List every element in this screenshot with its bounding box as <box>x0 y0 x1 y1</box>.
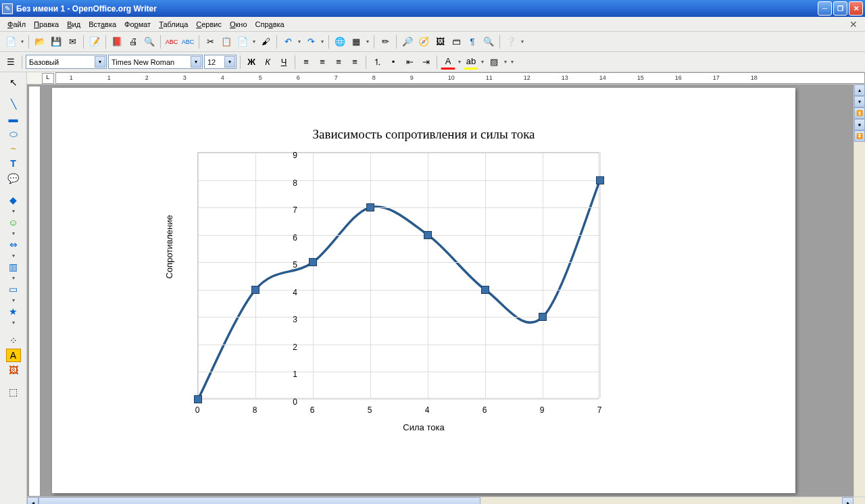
menu-file[interactable]: Файл <box>3 19 30 30</box>
save-icon[interactable]: 💾 <box>49 34 64 49</box>
brush-icon[interactable]: 🖌 <box>258 34 273 49</box>
ytick: 5 <box>284 260 297 270</box>
new-doc-icon[interactable]: 📄 <box>3 34 18 49</box>
from-file-icon[interactable]: 🖼 <box>6 363 21 377</box>
points-icon[interactable]: ⁘ <box>6 334 21 347</box>
print-icon[interactable]: 🖨 <box>126 34 141 49</box>
prev-page-icon[interactable]: ⏫ <box>854 107 865 119</box>
chart-object[interactable]: Зависимость сопротивления и силы тока Со… <box>143 115 704 473</box>
copy-icon[interactable]: 📋 <box>219 34 234 49</box>
data-point <box>194 395 202 403</box>
data-point <box>481 286 489 294</box>
line-tool-icon[interactable]: ╲ <box>6 97 21 111</box>
cut-icon[interactable]: ✂ <box>203 34 218 49</box>
shapes-icon[interactable]: ◆ <box>6 193 21 207</box>
scroll-down-icon[interactable]: ▾ <box>854 96 865 107</box>
menu-insert[interactable]: Вставка <box>84 19 120 30</box>
rect-tool-icon[interactable]: ▬ <box>6 112 21 126</box>
scroll-left-icon[interactable]: ◂ <box>27 497 39 504</box>
vertical-scrollbar[interactable]: ▴ ▾ ⏫ ● ⏬ <box>854 84 865 497</box>
bgcolor-icon[interactable]: ▨ <box>487 55 501 70</box>
menu-service[interactable]: Сервис <box>192 19 226 30</box>
browse-icon[interactable]: ● <box>854 119 865 130</box>
paste-icon[interactable]: 📄 <box>235 34 250 49</box>
spellcheck-icon[interactable]: ABC <box>164 34 179 49</box>
redo-icon[interactable]: ↷ <box>303 34 318 49</box>
find-icon[interactable]: 🔎 <box>400 34 415 49</box>
zoom-icon[interactable]: 🔍 <box>481 34 496 49</box>
numbering-icon[interactable]: ⒈ <box>370 55 385 70</box>
underline-button[interactable]: Ч <box>276 55 291 70</box>
scroll-right-icon[interactable]: ▸ <box>842 497 854 504</box>
fontwork-icon[interactable]: A <box>6 349 21 362</box>
help-icon[interactable]: ❔ <box>503 34 518 49</box>
align-justify-icon[interactable]: ≡ <box>347 55 362 70</box>
menu-format[interactable]: Формат <box>120 19 155 30</box>
ellipse-tool-icon[interactable]: ⬭ <box>6 127 21 141</box>
open-icon[interactable]: 📂 <box>32 34 47 49</box>
xtick: 8 <box>253 405 257 415</box>
italic-button[interactable]: К <box>260 55 275 70</box>
menu-table[interactable]: Таблица <box>155 19 192 30</box>
autospell-icon[interactable]: ABC <box>180 34 195 49</box>
close-document-button[interactable]: ✕ <box>845 18 862 31</box>
navigator-icon[interactable]: 🧭 <box>416 34 431 49</box>
undo-icon[interactable]: ↶ <box>280 34 295 49</box>
ytick: 4 <box>284 288 297 297</box>
align-center-icon[interactable]: ≡ <box>315 55 330 70</box>
font-color-icon[interactable]: A <box>441 55 455 70</box>
text-tool-icon[interactable]: T <box>6 157 21 170</box>
drawing-palette: ↖ ╲ ▬ ⬭ ~ T 💬 ◆▾ ☺▾ ⇔▾ ▥▾ ▭▾ ★▾ ⁘ A 🖼 ⬚ <box>0 72 27 504</box>
chart-ylabel: Сопротивление <box>164 215 174 278</box>
ytick: 0 <box>284 397 297 407</box>
arrows-icon[interactable]: ⇔ <box>6 238 21 251</box>
minimize-button[interactable]: ─ <box>818 1 832 16</box>
preview-icon[interactable]: 🔍 <box>142 34 157 49</box>
email-icon[interactable]: ✉ <box>65 34 80 49</box>
maximize-button[interactable]: ❐ <box>833 1 847 16</box>
edit-doc-icon[interactable]: 📝 <box>87 34 102 49</box>
data-point <box>251 286 260 294</box>
flowchart-icon[interactable]: ▥ <box>6 260 21 274</box>
menu-window[interactable]: Окно <box>226 19 251 30</box>
document-area: L 1123456789101112131415161718 Зависимос… <box>27 72 865 504</box>
ytick: 3 <box>284 315 297 324</box>
nonprint-icon[interactable]: ¶ <box>465 34 480 49</box>
font-size-combo[interactable]: 12▾ <box>204 55 237 69</box>
xtick: 9 <box>540 405 545 415</box>
bullets-icon[interactable]: • <box>386 55 401 70</box>
datasource-icon[interactable]: 🗃 <box>449 34 464 49</box>
table-icon[interactable]: ▦ <box>349 34 364 49</box>
callout-tool-icon[interactable]: 💬 <box>6 172 21 185</box>
close-button[interactable]: ✕ <box>849 1 863 16</box>
indent-dec-icon[interactable]: ⇤ <box>402 55 417 70</box>
pdf-icon[interactable]: 📕 <box>109 34 124 49</box>
menu-edit[interactable]: Правка <box>30 19 63 30</box>
curve-tool-icon[interactable]: ~ <box>6 142 21 155</box>
hyperlink-icon[interactable]: 🌐 <box>332 34 347 49</box>
symbol-shapes-icon[interactable]: ☺ <box>6 216 21 229</box>
gallery-icon[interactable]: 🖼 <box>432 34 447 49</box>
highlight-icon[interactable]: ab <box>464 55 478 70</box>
horizontal-ruler[interactable]: L 1123456789101112131415161718 <box>27 72 865 84</box>
scroll-thumb[interactable] <box>39 497 480 504</box>
extrusion-icon[interactable]: ⬚ <box>6 385 21 399</box>
font-name-combo[interactable]: Times New Roman▾ <box>108 55 203 69</box>
stars-icon[interactable]: ★ <box>6 305 21 318</box>
data-point <box>596 176 604 184</box>
indent-inc-icon[interactable]: ⇥ <box>418 55 433 70</box>
scroll-up-icon[interactable]: ▴ <box>854 84 865 96</box>
paragraph-style-combo[interactable]: Базовый▾ <box>26 55 107 69</box>
styles-icon[interactable]: ☰ <box>3 55 18 70</box>
draw-icon[interactable]: ✏ <box>378 34 393 49</box>
menu-view[interactable]: Вид <box>63 19 84 30</box>
vertical-ruler[interactable] <box>28 86 41 497</box>
horizontal-scrollbar[interactable]: ◂ ▸ <box>27 497 865 504</box>
next-page-icon[interactable]: ⏬ <box>854 130 865 142</box>
align-right-icon[interactable]: ≡ <box>331 55 346 70</box>
bold-button[interactable]: Ж <box>244 55 259 70</box>
cursor-icon[interactable]: ↖ <box>6 76 21 89</box>
align-left-icon[interactable]: ≡ <box>299 55 314 70</box>
callouts-icon[interactable]: ▭ <box>6 282 21 296</box>
menu-help[interactable]: Справка <box>251 19 289 30</box>
